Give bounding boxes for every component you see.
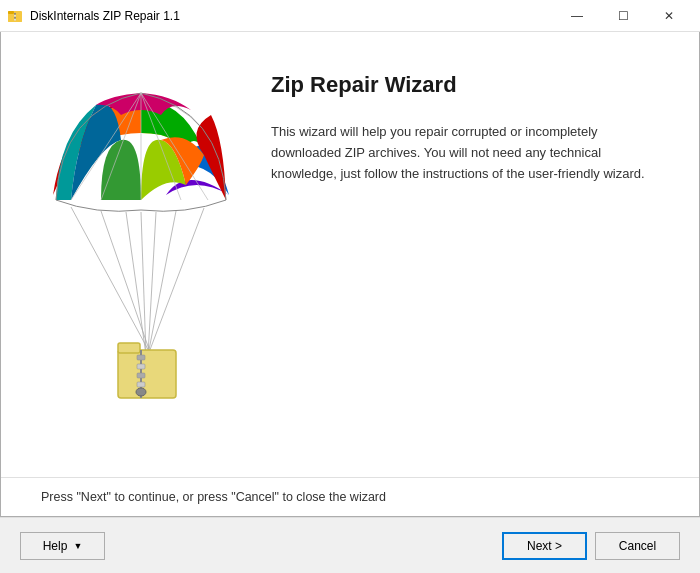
svg-rect-25	[137, 373, 145, 378]
app-icon	[8, 8, 24, 24]
minimize-button[interactable]: —	[554, 0, 600, 32]
svg-rect-2	[8, 11, 14, 14]
svg-rect-26	[137, 382, 145, 387]
svg-rect-6	[14, 19, 16, 21]
help-label: Help	[43, 539, 68, 553]
next-button[interactable]: Next >	[502, 532, 587, 560]
svg-rect-21	[118, 343, 140, 353]
hint-text: Press "Next" to continue, or press "Canc…	[41, 490, 386, 504]
wizard-title: Zip Repair Wizard	[271, 72, 659, 98]
hint-area: Press "Next" to continue, or press "Canc…	[1, 477, 699, 516]
close-button[interactable]: ✕	[646, 0, 692, 32]
svg-line-13	[71, 207, 151, 355]
svg-line-19	[148, 208, 204, 355]
svg-rect-4	[14, 15, 16, 17]
svg-rect-20	[118, 350, 176, 398]
svg-rect-24	[137, 364, 145, 369]
title-bar-title: DiskInternals ZIP Repair 1.1	[30, 9, 554, 23]
maximize-button[interactable]: ☐	[600, 0, 646, 32]
illustration-panel	[31, 62, 251, 457]
svg-line-15	[126, 212, 146, 355]
wizard-description: This wizard will help you repair corrupt…	[271, 122, 659, 184]
cancel-button[interactable]: Cancel	[595, 532, 680, 560]
svg-rect-5	[14, 17, 16, 19]
chevron-down-icon: ▼	[73, 541, 82, 551]
footer-right: Next > Cancel	[502, 532, 680, 560]
footer-left: Help ▼	[20, 532, 502, 560]
right-panel: Zip Repair Wizard This wizard will help …	[251, 62, 659, 457]
content-area: Zip Repair Wizard This wizard will help …	[1, 32, 699, 477]
parachute-illustration	[46, 85, 236, 435]
main-window: Zip Repair Wizard This wizard will help …	[0, 32, 700, 517]
title-bar: DiskInternals ZIP Repair 1.1 — ☐ ✕	[0, 0, 700, 32]
help-button[interactable]: Help ▼	[20, 532, 105, 560]
footer: Help ▼ Next > Cancel	[0, 517, 700, 573]
title-bar-controls: — ☐ ✕	[554, 0, 692, 32]
svg-point-27	[136, 388, 146, 396]
svg-rect-23	[137, 355, 145, 360]
svg-rect-3	[14, 13, 16, 15]
